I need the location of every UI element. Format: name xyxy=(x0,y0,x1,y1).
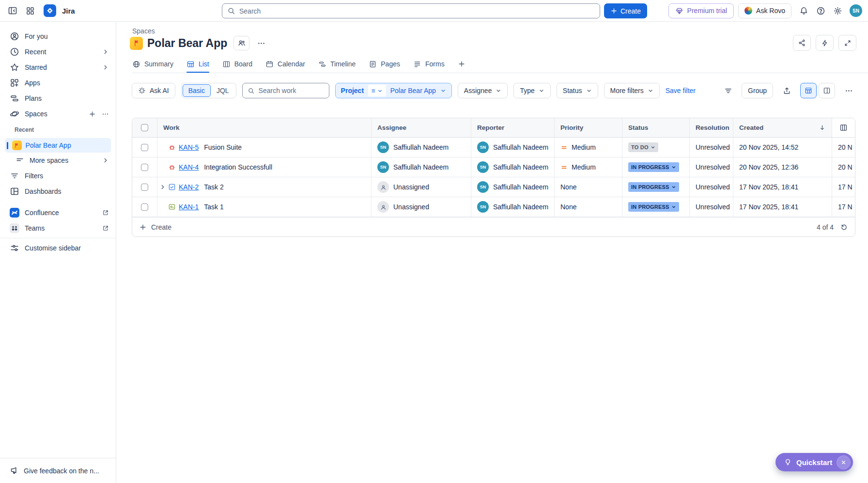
reporter-cell[interactable]: SN Saffiullah Nadeem xyxy=(477,141,548,153)
work-summary[interactable]: Fusion Suite xyxy=(204,143,242,151)
row-checkbox[interactable] xyxy=(141,184,148,191)
premium-trial-button[interactable]: Premium trial xyxy=(668,3,734,18)
expand-chevron[interactable] xyxy=(158,203,167,210)
jql-mode-button[interactable]: JQL xyxy=(211,87,235,94)
members-button[interactable] xyxy=(233,36,249,50)
status-badge[interactable]: IN PROGRESS xyxy=(628,162,679,172)
table-row[interactable]: KAN-1 Task 1 Unassigned SN Saffiullah Na… xyxy=(132,197,855,217)
priority-cell[interactable]: Medium xyxy=(555,138,622,157)
ask-ai-button[interactable]: Ask AI xyxy=(132,83,175,98)
settings-button[interactable] xyxy=(830,3,845,18)
assignee-cell[interactable]: SN Saffiullah Nadeem xyxy=(377,161,449,173)
column-header-resolution[interactable]: Resolution xyxy=(690,118,733,137)
expand-chevron[interactable] xyxy=(158,164,167,171)
status-badge[interactable]: TO DO xyxy=(628,142,658,152)
notifications-button[interactable] xyxy=(796,3,811,18)
sidebar-item-dashboards[interactable]: Dashboards xyxy=(0,184,116,199)
global-search-input[interactable] xyxy=(239,7,595,15)
group-button[interactable]: Group xyxy=(742,83,773,98)
work-key-link[interactable]: KAN-2 xyxy=(179,183,199,191)
automation-button[interactable] xyxy=(816,35,834,51)
sidebar-item-spaces[interactable]: Spaces xyxy=(0,106,116,122)
search-work-field[interactable] xyxy=(242,83,329,98)
assignee-cell[interactable]: Unassigned xyxy=(377,181,429,193)
project-filter-chip[interactable]: Project = Polar Bear App xyxy=(335,83,452,98)
table-row[interactable]: KAN-2 Task 2 Unassigned SN Saffiullah Na… xyxy=(132,177,855,197)
collapse-sidebar-button[interactable] xyxy=(5,3,20,18)
sidebar-item-polar-bear-app[interactable]: Polar Bear App xyxy=(5,138,111,153)
grid-view-button[interactable] xyxy=(800,83,817,98)
column-header-priority[interactable]: Priority xyxy=(555,118,622,137)
save-filter-link[interactable]: Save filter xyxy=(666,87,696,94)
tab-timeline[interactable]: Timeline xyxy=(318,56,356,73)
refresh-icon[interactable] xyxy=(840,223,848,231)
sidebar-item-more-spaces[interactable]: More spaces xyxy=(0,153,116,168)
sidebar-item-for-you[interactable]: For you xyxy=(0,29,116,44)
spaces-more-icon[interactable] xyxy=(102,110,109,118)
quickstart-button[interactable]: Quickstart xyxy=(775,453,853,471)
assignee-cell[interactable]: Unassigned xyxy=(377,201,429,213)
expand-chevron[interactable] xyxy=(158,184,167,190)
app-switcher-button[interactable] xyxy=(22,3,38,18)
work-key-link[interactable]: KAN-1 xyxy=(179,203,199,211)
help-button[interactable] xyxy=(813,3,828,18)
global-search[interactable] xyxy=(222,3,600,18)
row-checkbox[interactable] xyxy=(141,144,148,151)
sidebar-item-plans[interactable]: Plans xyxy=(0,91,116,106)
share-button[interactable] xyxy=(793,35,811,51)
tab-calendar[interactable]: Calendar xyxy=(265,56,305,73)
sidebar-item-starred[interactable]: Starred xyxy=(0,60,116,75)
row-checkbox[interactable] xyxy=(141,164,148,171)
priority-cell[interactable]: Medium xyxy=(555,157,622,177)
column-header-created[interactable]: Created xyxy=(733,118,832,137)
jira-logo[interactable] xyxy=(44,4,56,17)
sort-descending-icon[interactable] xyxy=(819,124,826,131)
type-filter-button[interactable]: Type xyxy=(513,83,550,98)
column-header-status[interactable]: Status xyxy=(622,118,690,137)
assignee-cell[interactable]: SN Saffiullah Nadeem xyxy=(377,141,449,153)
work-key-link[interactable]: KAN-4 xyxy=(179,163,199,171)
list-more-button[interactable] xyxy=(841,83,856,98)
add-view-tab-button[interactable] xyxy=(458,56,465,73)
row-checkbox[interactable] xyxy=(141,203,148,211)
fullscreen-button[interactable] xyxy=(838,35,856,51)
status-badge[interactable]: IN PROGRESS xyxy=(628,202,679,212)
work-summary[interactable]: Task 1 xyxy=(204,203,223,211)
select-all-checkbox[interactable] xyxy=(141,124,148,131)
table-row[interactable]: KAN-4 Integration Successfull SN Saffiul… xyxy=(132,157,855,177)
priority-cell[interactable]: None xyxy=(555,197,622,217)
sidebar-item-confluence[interactable]: Confluence xyxy=(0,205,116,220)
give-feedback-button[interactable]: Give feedback on the n... xyxy=(0,458,116,483)
column-header-assignee[interactable]: Assignee xyxy=(372,118,471,137)
work-key-link[interactable]: KAN-5 xyxy=(179,143,199,151)
reporter-cell[interactable]: SN Saffiullah Nadeem xyxy=(477,201,548,213)
sidebar-item-recent[interactable]: Recent xyxy=(0,44,116,60)
priority-cell[interactable]: None xyxy=(555,177,622,197)
work-summary[interactable]: Task 2 xyxy=(204,183,223,191)
tab-pages[interactable]: Pages xyxy=(369,56,400,73)
display-settings-button[interactable] xyxy=(720,83,736,98)
tab-summary[interactable]: Summary xyxy=(132,56,173,73)
status-filter-button[interactable]: Status xyxy=(557,83,598,98)
sidebar-item-apps[interactable]: Apps xyxy=(0,75,116,91)
search-work-input[interactable] xyxy=(259,87,317,94)
inline-create-button[interactable]: Create xyxy=(139,223,171,231)
expand-chevron[interactable] xyxy=(158,144,167,151)
sidebar-item-filters[interactable]: Filters xyxy=(0,168,116,184)
project-more-button[interactable] xyxy=(254,36,268,50)
status-badge[interactable]: IN PROGRESS xyxy=(628,182,679,192)
configure-columns-button[interactable] xyxy=(832,118,855,137)
export-button[interactable] xyxy=(779,83,794,98)
quickstart-close-button[interactable] xyxy=(837,455,851,469)
detail-view-button[interactable] xyxy=(819,83,835,98)
user-avatar[interactable]: SN xyxy=(850,4,862,17)
work-summary[interactable]: Integration Successfull xyxy=(204,163,272,171)
column-header-work[interactable]: Work xyxy=(157,118,372,137)
ask-rovo-button[interactable]: Ask Rovo xyxy=(738,3,791,18)
reporter-cell[interactable]: SN Saffiullah Nadeem xyxy=(477,181,548,193)
create-button[interactable]: Create xyxy=(604,3,647,18)
more-filters-button[interactable]: More filters xyxy=(604,83,660,98)
tab-list[interactable]: List xyxy=(186,56,209,73)
reporter-cell[interactable]: SN Saffiullah Nadeem xyxy=(477,161,548,173)
sidebar-item-teams[interactable]: Teams xyxy=(0,220,116,236)
